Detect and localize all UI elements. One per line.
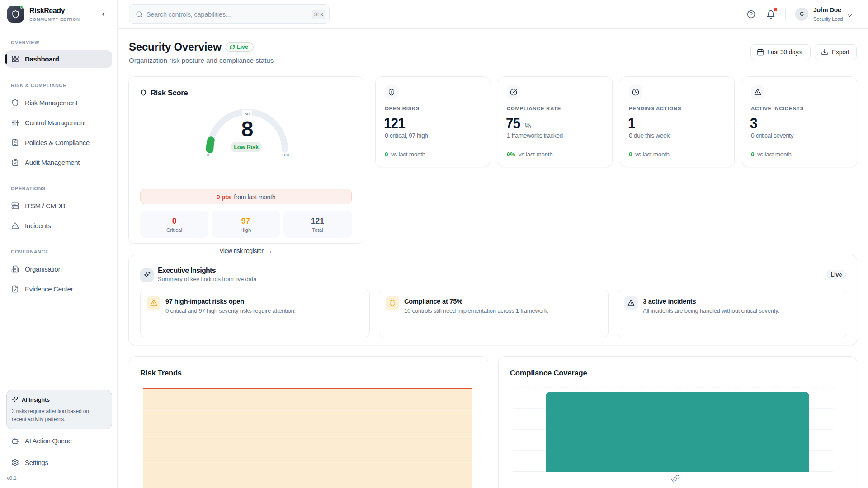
svg-text:ISO: ISO bbox=[670, 473, 681, 483]
